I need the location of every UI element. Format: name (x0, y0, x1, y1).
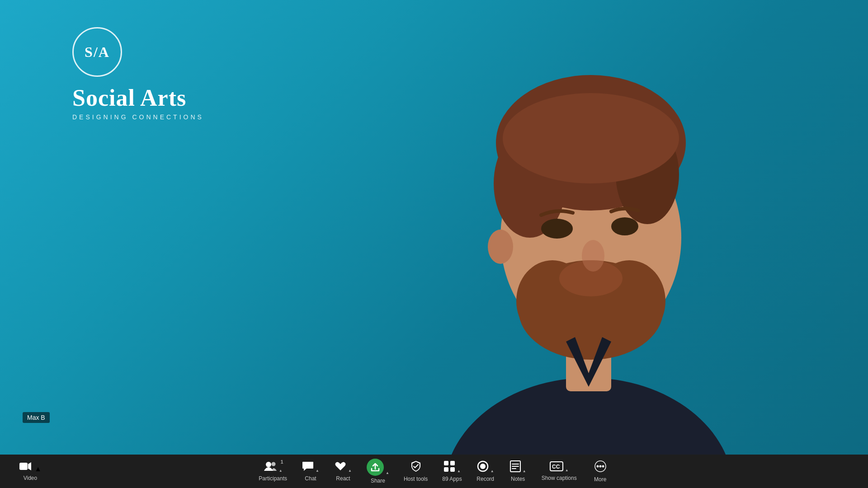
share-button[interactable]: ▲ Share (359, 456, 396, 487)
video-button[interactable]: ▲ Video (14, 459, 47, 484)
record-icon-wrap: ▲ (477, 460, 494, 474)
svg-point-6 (503, 93, 679, 183)
apps-button[interactable]: ▲ 89 Apps (435, 458, 469, 485)
react-chevron-icon: ▲ (348, 469, 352, 473)
react-label: React (336, 475, 350, 482)
host-tools-button[interactable]: Host tools (396, 458, 435, 485)
show-captions-label: Show captions (542, 475, 577, 481)
logo-circle: S/A (72, 27, 122, 77)
notes-icon-wrap: ▲ (510, 460, 526, 474)
apps-icon-wrap: ▲ (443, 460, 461, 474)
record-chevron-icon: ▲ (491, 469, 494, 473)
participants-count-badge: 1 (280, 459, 283, 465)
svg-point-19 (271, 462, 275, 466)
captions-cc-icon: CC (550, 461, 563, 473)
share-label: Share (371, 478, 385, 484)
host-tools-icon-wrap (410, 460, 421, 474)
react-heart-icon (335, 461, 346, 474)
record-button[interactable]: ▲ Record (469, 458, 502, 485)
toolbar: ▲ Video 1 ▲ Participants (0, 455, 868, 488)
participants-icon-wrap: 1 ▲ (264, 461, 283, 474)
left-controls: ▲ Video (14, 459, 47, 484)
record-circle-icon (477, 460, 489, 474)
participant-name-badge: Max B (23, 412, 50, 423)
svg-rect-22 (444, 467, 448, 472)
svg-point-14 (582, 240, 604, 272)
chat-button[interactable]: ▲ Chat (294, 458, 327, 484)
logo-company: Social Arts (72, 85, 204, 111)
apps-chevron-icon: ▲ (457, 469, 461, 473)
video-label: Video (24, 475, 37, 481)
notes-button[interactable]: ▲ Notes (502, 458, 534, 485)
share-icon-wrap: ▲ (367, 459, 389, 476)
react-icon-wrap: ▲ (335, 461, 352, 474)
svg-point-33 (599, 465, 601, 468)
svg-point-34 (602, 465, 604, 468)
video-area: S/A Social Arts DESIGNING CONNECTIONS Ma… (0, 0, 868, 455)
logo-initials: S/A (85, 44, 110, 61)
video-camera-icon (19, 462, 34, 474)
react-button[interactable]: ▲ React (327, 458, 359, 484)
app: S/A Social Arts DESIGNING CONNECTIONS Ma… (0, 0, 868, 488)
participants-label: Participants (259, 475, 287, 482)
more-button[interactable]: More (584, 457, 617, 485)
notes-chevron-icon: ▲ (523, 469, 526, 473)
participants-icon (264, 461, 277, 474)
notes-document-icon (510, 460, 521, 474)
notes-label: Notes (511, 476, 525, 482)
host-tools-shield-icon (410, 460, 421, 474)
more-dots-icon (594, 460, 607, 474)
participants-chevron-icon: ▲ (279, 469, 283, 473)
chat-icon-wrap: ▲ (302, 461, 319, 474)
video-icon-wrap: ▲ (19, 461, 42, 473)
participant-name: Max B (27, 414, 45, 421)
svg-point-7 (488, 230, 513, 264)
svg-rect-21 (450, 461, 455, 465)
captions-chevron-icon: ▲ (565, 468, 569, 472)
participant-video (417, 48, 760, 455)
participants-button[interactable]: 1 ▲ Participants (251, 458, 294, 484)
host-tools-label: Host tools (404, 476, 428, 482)
svg-point-12 (541, 219, 573, 239)
video-chevron-icon: ▲ (34, 465, 42, 473)
svg-point-32 (596, 465, 599, 468)
captions-icon-wrap: CC ▲ (550, 461, 569, 473)
apps-label: 89 Apps (442, 476, 462, 482)
svg-point-18 (266, 462, 271, 467)
share-icon-bg (367, 459, 384, 476)
svg-rect-20 (444, 461, 448, 465)
more-icon-wrap (594, 460, 607, 474)
chat-icon (302, 461, 314, 474)
apps-grid-icon (443, 460, 455, 474)
share-chevron-icon: ▲ (386, 471, 389, 475)
svg-rect-23 (450, 467, 455, 472)
chat-chevron-icon: ▲ (316, 469, 319, 473)
svg-point-25 (480, 464, 486, 469)
logo-tagline: DESIGNING CONNECTIONS (72, 113, 204, 121)
logo-area: S/A Social Arts DESIGNING CONNECTIONS (72, 27, 204, 121)
more-label: More (594, 476, 606, 483)
svg-point-13 (611, 217, 638, 235)
svg-marker-17 (28, 462, 31, 470)
record-label: Record (476, 476, 494, 482)
show-captions-button[interactable]: CC ▲ Show captions (534, 459, 584, 484)
chat-label: Chat (305, 475, 316, 482)
svg-text:CC: CC (552, 464, 560, 470)
svg-rect-16 (19, 463, 28, 470)
